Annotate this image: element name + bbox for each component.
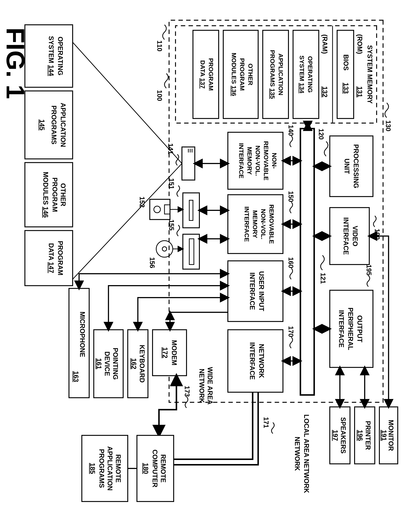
disk-os: OPERATING SYSTEM 144 [25, 25, 73, 87]
modem [152, 330, 186, 376]
sysmem-title: SYSTEM MEMORY [366, 45, 373, 104]
svg-text:172: 172 [161, 347, 169, 358]
svg-text:UNIT: UNIT [343, 159, 351, 174]
svg-text:PROCESSING: PROCESSING [352, 144, 360, 188]
svg-text:APPLICATION: APPLICATION [106, 446, 114, 491]
svg-text:OTHER: OTHER [247, 64, 254, 85]
svg-line-88 [73, 42, 182, 163]
svg-text:180: 180 [142, 463, 149, 474]
svg-text:VIDEO: VIDEO [351, 226, 359, 246]
floppy-drive-ref: 151 [168, 178, 175, 189]
pu-ref: 120 [317, 128, 325, 140]
svg-text:MONITOR: MONITOR [387, 420, 395, 451]
svg-text:INTERFACE: INTERFACE [342, 217, 350, 255]
svg-text:USER INPUT: USER INPUT [257, 271, 265, 311]
svg-text:DEVICE: DEVICE [103, 351, 111, 376]
svg-text:REMOTE: REMOTE [114, 454, 122, 483]
svg-text:PROGRAM: PROGRAM [51, 177, 58, 212]
apps135-l2: PROGRAMS 135 [269, 50, 276, 99]
nonrem-ref: 140 [287, 125, 294, 136]
svg-text:PROGRAMS: PROGRAMS [50, 105, 57, 144]
video-ref: 190 [373, 229, 381, 240]
rem-ref: 150 [287, 191, 294, 202]
disc-ref: 156 [148, 257, 156, 268]
svg-rect-75 [183, 193, 199, 228]
optical-drive-ref: 155 [168, 220, 175, 230]
bios-label: BIOS [342, 54, 350, 71]
svg-text:NON-VOL.: NON-VOL. [254, 146, 261, 176]
ram-ref: 132 [321, 86, 328, 97]
net-ref: 170 [287, 326, 294, 337]
svg-text:APPLICATION: APPLICATION [59, 103, 67, 147]
svg-text:COMPUTER: COMPUTER [151, 450, 159, 487]
svg-text:197: 197 [331, 430, 339, 441]
sysmem-ref: 130 [384, 120, 392, 131]
figure-label: FIG. 1 [1, 27, 30, 99]
svg-text:INTERFACE: INTERFACE [248, 342, 256, 380]
ui-ref: 160 [287, 257, 294, 268]
optical-drive-icon [183, 234, 199, 269]
disk-data: PROGRAM DATA 147 [25, 230, 73, 286]
svg-text:KEYBOARD: KEYBOARD [138, 345, 146, 383]
svg-rect-82 [183, 234, 199, 269]
floppy-icon [150, 199, 170, 220]
svg-text:NON-: NON- [271, 153, 278, 169]
svg-text:INTERFACE: INTERFACE [238, 143, 245, 179]
ram-label: (RAM) [321, 34, 328, 54]
svg-rect-3 [293, 30, 319, 119]
svg-text:196: 196 [356, 430, 364, 441]
svg-text:DATA 147: DATA 147 [47, 243, 55, 273]
svg-text:MODULES 136: MODULES 136 [230, 53, 237, 96]
disk-apps: APPLICATION PROGRAMS 145 [25, 91, 73, 159]
svg-text:POINTING: POINTING [111, 348, 119, 380]
os134-l1: OPERATING [307, 56, 314, 93]
svg-text:REMOVABLE: REMOVABLE [263, 141, 270, 181]
bus-ref: 121 [319, 273, 327, 284]
svg-text:INTERFACE: INTERFACE [338, 310, 345, 348]
svg-text:PROGRAM: PROGRAM [56, 241, 64, 275]
svg-text:MODEM: MODEM [170, 340, 178, 365]
system-memory: SYSTEM MEMORY (ROM) 131 BIOS 133 (RAM) 1… [176, 26, 377, 123]
disk-mods: OTHER PROGRAM MODULES 146 [25, 162, 73, 227]
os134-l2: SYSTEM 134 [298, 55, 305, 93]
svg-text:NETWORK: NETWORK [257, 344, 265, 378]
svg-rect-1 [337, 30, 354, 119]
svg-text:NETWORK: NETWORK [293, 437, 301, 471]
svg-text:185: 185 [88, 463, 96, 474]
svg-text:MEMORY: MEMORY [246, 147, 253, 175]
svg-text:PROGRAM: PROGRAM [207, 58, 214, 91]
apps135-l1: APPLICATION [277, 54, 284, 95]
svg-rect-78 [150, 199, 170, 220]
svg-text:INTERFACE: INTERFACE [243, 207, 250, 242]
svg-text:PERIPHERAL: PERIPHERAL [347, 308, 354, 350]
svg-text:163: 163 [72, 371, 80, 382]
wan-ref: 173 [183, 386, 191, 397]
svg-text:145: 145 [38, 119, 46, 130]
opi-ref: 195 [365, 264, 372, 276]
svg-text:OTHER: OTHER [59, 183, 67, 206]
svg-text:SPEAKERS: SPEAKERS [339, 417, 347, 454]
svg-text:PROGRAM: PROGRAM [239, 58, 246, 91]
svg-text:NON-VOL.: NON-VOL. [260, 209, 267, 239]
hdd-ref: 141 [167, 143, 174, 154]
lan-ref: 171 [262, 417, 270, 428]
svg-text:REMOVABLE: REMOVABLE [268, 204, 275, 244]
svg-text:MICROPHONE: MICROPHONE [78, 311, 86, 357]
svg-text:PROGRAMS: PROGRAMS [98, 449, 105, 488]
svg-text:OPERATING: OPERATING [56, 37, 64, 75]
svg-text:SYSTEM 144: SYSTEM 144 [47, 36, 55, 76]
wan-label: WIDE AREA [206, 367, 214, 405]
svg-text:MEMORY: MEMORY [251, 210, 258, 238]
computer-ref: 100 [155, 90, 163, 101]
rom-label: (ROM) [356, 34, 363, 54]
hdd-icon [182, 147, 195, 180]
bios-ref: 133 [342, 83, 350, 94]
floppy-drive-icon [183, 193, 199, 228]
svg-point-86 [162, 247, 167, 251]
processing-unit [330, 136, 373, 196]
svg-line-89 [73, 163, 182, 279]
rom-ref: 131 [356, 86, 363, 97]
svg-text:OUTPUT: OUTPUT [356, 315, 363, 343]
svg-text:NETWORK: NETWORK [198, 369, 205, 403]
lan-label: LOCAL AREA NETWORK [303, 414, 310, 493]
